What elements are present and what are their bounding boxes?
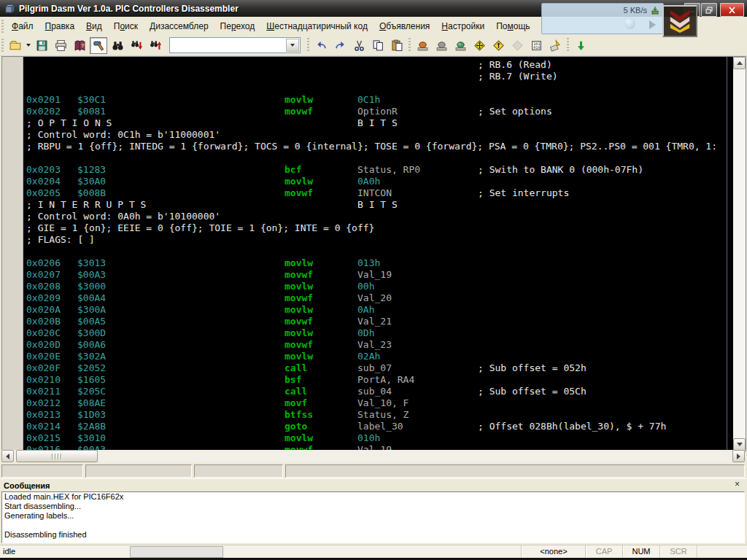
scroll-down-button[interactable] bbox=[733, 438, 746, 451]
bookmark-gray-button[interactable] bbox=[433, 37, 450, 54]
status-caps-indicator: CAP bbox=[587, 547, 621, 556]
search-combobox[interactable] bbox=[169, 37, 301, 53]
code-editor[interactable]: ; RB.6 (Read); RB.7 (Write)0x0201$30C1mo… bbox=[23, 57, 733, 451]
dup-icon bbox=[492, 39, 505, 52]
menu-item-file[interactable]: Файл bbox=[6, 19, 39, 34]
svg-text:010: 010 bbox=[533, 45, 540, 50]
redo-button[interactable] bbox=[331, 37, 349, 54]
status-segment bbox=[285, 464, 745, 478]
messages-title: Сообщения bbox=[4, 481, 50, 490]
menu-item-declarations[interactable]: Объявления bbox=[374, 19, 436, 34]
restore-icon bbox=[705, 7, 713, 14]
close-icon bbox=[728, 7, 736, 14]
download-dropzone-icon[interactable] bbox=[662, 5, 697, 37]
dmove-icon bbox=[473, 39, 486, 52]
message-line: Disassembling finished bbox=[2, 530, 744, 540]
svg-text:?: ? bbox=[80, 42, 84, 49]
stampc-icon bbox=[454, 39, 467, 52]
menu-item-help[interactable]: Помощь bbox=[490, 19, 535, 34]
save-icon bbox=[36, 39, 48, 52]
find-button[interactable] bbox=[109, 37, 126, 54]
up-arrow-icon bbox=[737, 61, 743, 65]
status-bar: idle <none> CAP NUM SCR bbox=[0, 545, 747, 559]
network-monitor-overlay: 5 KB/s bbox=[541, 3, 664, 34]
message-line: Generating labels... bbox=[2, 511, 744, 521]
status-keymap: <none> bbox=[524, 547, 584, 556]
menu-item-hexcode[interactable]: Шестнадцатиричный код bbox=[260, 19, 374, 34]
cut-icon bbox=[353, 39, 365, 52]
goto-bottom-button[interactable] bbox=[572, 37, 589, 54]
scroll-up-button[interactable] bbox=[733, 57, 746, 69]
tools-hammer-button[interactable] bbox=[546, 37, 564, 54]
close-button[interactable] bbox=[720, 3, 744, 17]
disassembly-panel: ; RB.6 (Read); RB.7 (Write)0x0201$30C1mo… bbox=[1, 56, 746, 451]
menu-item-settings[interactable]: Настройки bbox=[436, 19, 490, 34]
open-dropdown-caret[interactable] bbox=[25, 37, 32, 54]
print-icon bbox=[55, 39, 67, 52]
window-title: Pilgrim Dasm Ver 1.0a. PIC Controllers D… bbox=[19, 4, 239, 14]
app-window: Pilgrim Dasm Ver 1.0a. PIC Controllers D… bbox=[0, 0, 747, 560]
vertical-scrollbar[interactable] bbox=[733, 57, 746, 451]
menu-item-goto[interactable]: Переход bbox=[214, 19, 261, 34]
navigate-cross-button[interactable] bbox=[471, 37, 488, 54]
status-segment bbox=[1, 464, 83, 478]
find-prev-button[interactable] bbox=[147, 37, 164, 54]
binodown-icon bbox=[131, 39, 143, 52]
wizard-icon bbox=[549, 39, 562, 52]
status-state: idle bbox=[3, 547, 15, 556]
bookmark-color-button[interactable] bbox=[452, 37, 469, 54]
open-button[interactable] bbox=[7, 37, 24, 54]
message-line bbox=[2, 521, 744, 530]
down-arrow-icon bbox=[737, 443, 743, 446]
help-book-button[interactable]: ? bbox=[71, 37, 88, 54]
bino-icon bbox=[112, 39, 124, 52]
left-arrow-icon bbox=[6, 454, 9, 459]
copy-icon bbox=[372, 39, 384, 52]
menubar-gripper[interactable] bbox=[1, 20, 4, 33]
redo-icon bbox=[334, 39, 347, 52]
bookmark-orange-button[interactable] bbox=[414, 37, 431, 54]
messages-list[interactable]: Loaded main.HEX for PIC16F62xStart disas… bbox=[1, 491, 745, 543]
find-next-button[interactable] bbox=[128, 37, 145, 54]
paste-button[interactable] bbox=[388, 37, 406, 54]
restore-button[interactable] bbox=[701, 3, 717, 17]
menu-item-edit[interactable]: Правка bbox=[39, 19, 81, 34]
status-num-indicator: NUM bbox=[624, 547, 658, 556]
navigate-up-button[interactable] bbox=[489, 37, 507, 54]
cut-button[interactable] bbox=[350, 37, 368, 54]
undo-button[interactable] bbox=[312, 37, 330, 54]
combo-dropdown-button[interactable] bbox=[286, 39, 299, 52]
status-segment bbox=[85, 464, 192, 478]
message-line: Loaded main.HEX for PIC16F62x bbox=[2, 492, 744, 502]
scroll-right-button[interactable] bbox=[732, 450, 745, 462]
scroll-left-button[interactable] bbox=[1, 450, 14, 462]
toolbar-separator bbox=[567, 38, 569, 52]
network-play-icon[interactable] bbox=[649, 20, 656, 29]
copy-button[interactable] bbox=[369, 37, 387, 54]
status-segment bbox=[194, 464, 283, 478]
menu-item-view[interactable]: Вид bbox=[80, 19, 108, 34]
binary-icon: 101010 bbox=[530, 39, 543, 52]
save-button[interactable] bbox=[33, 37, 50, 54]
helpbook-icon: ? bbox=[74, 39, 86, 52]
right-margin-line bbox=[727, 57, 727, 451]
stampg-icon bbox=[436, 39, 448, 52]
horizontal-scroll-thumb[interactable] bbox=[16, 450, 98, 462]
horizontal-scrollbar[interactable] bbox=[1, 450, 745, 462]
print-button[interactable] bbox=[52, 37, 69, 54]
toolbar-gripper[interactable] bbox=[1, 39, 4, 52]
toolbar: ?101010 bbox=[0, 35, 747, 56]
undo-icon bbox=[315, 39, 328, 52]
network-speed-label: 5 KB/s bbox=[624, 6, 647, 15]
dgray-icon bbox=[511, 39, 524, 52]
messages-close-button[interactable]: × bbox=[732, 480, 743, 490]
toolbar-separator bbox=[307, 38, 309, 52]
search-combo-input[interactable] bbox=[171, 39, 288, 52]
binary-code-button[interactable]: 101010 bbox=[527, 37, 545, 54]
menu-item-disassembler[interactable]: Дизассемблер bbox=[144, 19, 214, 34]
binoup-icon bbox=[150, 39, 162, 52]
disassemble-hammer-button[interactable] bbox=[90, 37, 107, 54]
menu-item-search[interactable]: Поиск bbox=[108, 19, 144, 34]
paste-icon bbox=[391, 39, 403, 52]
open-icon bbox=[9, 39, 22, 52]
